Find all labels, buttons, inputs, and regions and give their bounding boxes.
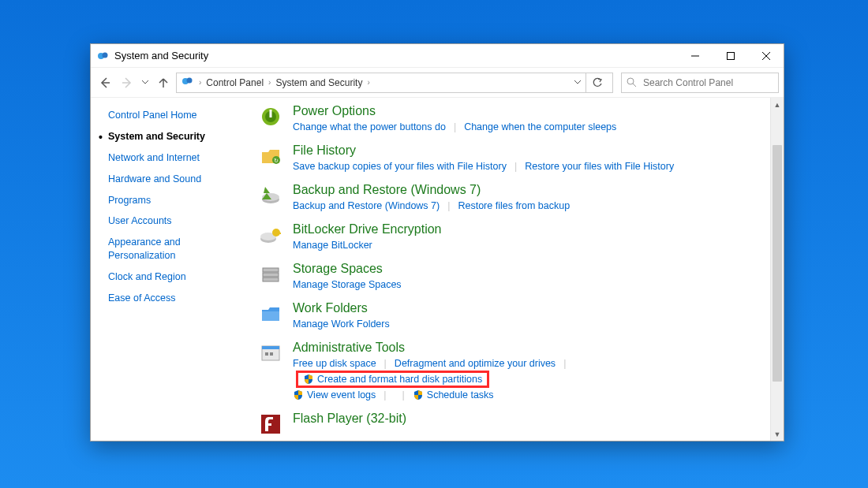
svg-rect-29	[270, 352, 273, 356]
category-title[interactable]: Storage Spaces	[293, 262, 761, 276]
sidebar-item[interactable]: Clock and Region	[108, 270, 239, 284]
window-title: System and Security	[114, 50, 208, 61]
svg-line-11	[633, 84, 636, 87]
category-section: Backup and Restore (Windows 7)Backup and…	[256, 183, 761, 213]
power-icon	[256, 104, 285, 129]
category-section: ↻File HistorySave backup copies of your …	[256, 143, 761, 173]
scroll-down-arrow[interactable]: ▼	[771, 427, 784, 441]
task-link[interactable]: Manage Work Folders	[293, 317, 390, 331]
scrollbar-thumb[interactable]	[773, 145, 782, 382]
section-body: File HistorySave backup copies of your f…	[293, 143, 761, 173]
sidebar-item[interactable]: Appearance and Personalization	[108, 236, 239, 263]
category-title[interactable]: Work Folders	[293, 301, 761, 315]
task-link[interactable]: Restore your files with File History	[525, 159, 674, 173]
category-links: Save backup copies of your files with Fi…	[293, 159, 761, 173]
sidebar-item[interactable]: System and Security	[108, 130, 239, 143]
svg-point-9	[187, 78, 193, 84]
task-link[interactable]: Change what the power buttons do	[293, 120, 446, 134]
storage-icon	[256, 262, 285, 287]
category-title[interactable]: Flash Player (32-bit)	[293, 412, 761, 426]
category-title[interactable]: Administrative Tools	[293, 341, 761, 355]
back-button[interactable]	[95, 73, 114, 92]
close-button[interactable]	[748, 44, 784, 67]
sidebar-item[interactable]: Ease of Access	[108, 292, 239, 305]
address-bar[interactable]: › Control Panel › System and Security ›	[176, 73, 613, 93]
recent-dropdown[interactable]	[140, 73, 151, 92]
highlighted-link[interactable]: Create and format hard disk partitions	[296, 371, 489, 388]
maximize-icon	[727, 52, 735, 60]
search-input[interactable]	[642, 76, 773, 89]
link-divider: |	[447, 200, 450, 211]
sidebar-item[interactable]: Hardware and Sound	[108, 173, 239, 186]
link-divider: |	[402, 389, 405, 400]
chevron-right-icon: ›	[367, 78, 369, 87]
control-panel-window: System and Security	[90, 43, 784, 441]
category-links: Change what the power buttons do|Change …	[293, 120, 761, 134]
navigation-bar: › Control Panel › System and Security ›	[91, 68, 784, 98]
task-link[interactable]: Manage Storage Spaces	[293, 278, 402, 292]
svg-rect-27	[262, 346, 279, 349]
minimize-button[interactable]	[677, 44, 713, 67]
sidebar-item[interactable]: Control Panel Home	[108, 109, 239, 122]
task-link[interactable]: Manage BitLocker	[293, 238, 372, 252]
section-body: BitLocker Drive EncryptionManage BitLock…	[293, 222, 761, 252]
search-icon	[627, 77, 637, 88]
shield-icon	[303, 374, 314, 385]
category-title[interactable]: BitLocker Drive Encryption	[293, 222, 761, 237]
task-link[interactable]: Restore files from backup	[458, 199, 570, 213]
sidebar-item[interactable]: Network and Internet	[108, 151, 239, 165]
task-link[interactable]: Create and format hard disk partitions	[317, 374, 482, 385]
breadcrumb-item[interactable]: System and Security	[275, 77, 362, 88]
link-divider: |	[454, 121, 456, 132]
bitlocker-icon	[256, 222, 285, 248]
flash-icon	[256, 412, 285, 437]
svg-rect-22	[275, 233, 281, 234]
address-icon	[181, 75, 194, 90]
sidebar: Control Panel HomeSystem and SecurityNet…	[91, 98, 249, 441]
category-title[interactable]: Backup and Restore (Windows 7)	[293, 183, 761, 197]
category-links: Manage Storage Spaces	[293, 278, 761, 292]
category-title[interactable]: Power Options	[293, 104, 761, 118]
link-divider: |	[514, 161, 517, 172]
breadcrumb-item[interactable]: Control Panel	[206, 77, 264, 88]
sidebar-item[interactable]: User Accounts	[108, 214, 239, 228]
up-button[interactable]	[154, 73, 173, 92]
link-divider: |	[384, 358, 387, 369]
section-body: Backup and Restore (Windows 7)Backup and…	[293, 183, 761, 213]
category-section: Flash Player (32-bit)	[256, 412, 761, 437]
maximize-button[interactable]	[713, 44, 748, 67]
section-body: Administrative ToolsFree up disk space|D…	[293, 341, 761, 402]
refresh-button[interactable]	[586, 73, 608, 93]
category-links: Backup and Restore (Windows 7)|Restore f…	[293, 199, 761, 213]
task-link[interactable]: Change when the computer sleeps	[464, 120, 616, 134]
sidebar-item[interactable]: Programs	[108, 194, 239, 207]
task-link[interactable]: Defragment and optimize your drives	[395, 356, 556, 371]
svg-text:↻: ↻	[274, 158, 279, 163]
task-link[interactable]: View event logs	[293, 388, 376, 402]
close-icon	[762, 52, 770, 60]
forward-button[interactable]	[118, 73, 137, 92]
task-link[interactable]: Schedule tasks	[413, 388, 494, 402]
svg-point-1	[103, 52, 108, 58]
category-section: Work FoldersManage Work Folders	[256, 301, 761, 331]
arrow-right-icon	[121, 76, 133, 89]
app-icon	[97, 50, 110, 62]
svg-rect-3	[727, 52, 734, 59]
scroll-up-arrow[interactable]: ▲	[771, 98, 784, 111]
category-section: Power OptionsChange what the power butto…	[256, 104, 761, 134]
chevron-down-icon	[142, 80, 148, 84]
window-controls	[677, 44, 784, 67]
chevron-down-icon[interactable]	[574, 80, 581, 84]
category-links: Manage BitLocker	[293, 238, 761, 252]
task-link[interactable]: Save backup copies of your files with Fi…	[293, 159, 507, 173]
section-body: Work FoldersManage Work Folders	[293, 301, 761, 331]
category-title[interactable]: File History	[293, 143, 761, 158]
search-box[interactable]	[621, 73, 779, 93]
svg-rect-25	[263, 278, 279, 281]
window-body: Control Panel HomeSystem and SecurityNet…	[91, 98, 784, 441]
task-link[interactable]: Free up disk space	[293, 356, 376, 371]
section-body: Flash Player (32-bit)	[293, 412, 761, 427]
vertical-scrollbar[interactable]: ▲ ▼	[770, 98, 784, 441]
task-link[interactable]: Backup and Restore (Windows 7)	[293, 199, 440, 213]
section-body: Storage SpacesManage Storage Spaces	[293, 262, 761, 292]
